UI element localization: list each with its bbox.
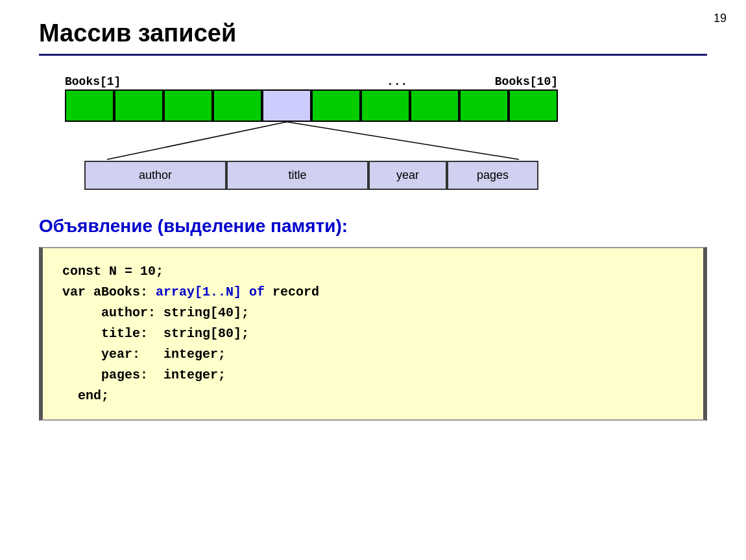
array-row (65, 89, 558, 122)
code-line-2: var aBooks: array[1..N] of record (62, 282, 684, 303)
record-row: author title year pages (84, 161, 538, 190)
page-title: Массив записей (39, 19, 707, 47)
array-cell-1 (65, 89, 114, 122)
array-cell-4 (213, 89, 262, 122)
connector-svg (65, 122, 558, 161)
array-cell-9 (459, 89, 509, 122)
label-right: Books[10] (495, 75, 558, 88)
field-title: title (226, 161, 368, 190)
svg-line-1 (287, 122, 519, 159)
array-cell-3 (163, 89, 213, 122)
array-cell-6 (311, 89, 361, 122)
page-number: 19 (714, 12, 727, 25)
svg-line-0 (107, 122, 287, 159)
code-line-4: title: string[80]; (62, 323, 684, 344)
code-block: const N = 10; var aBooks: array[1..N] of… (39, 247, 707, 421)
field-pages: pages (447, 161, 538, 190)
field-author: author (84, 161, 226, 190)
section-heading: Объявление (выделение памяти): (39, 216, 707, 237)
array-cell-5-highlighted (262, 89, 311, 122)
diagram-section: Books[1] ... Books[10] (39, 75, 707, 190)
label-mid: ... (299, 75, 494, 88)
array-cell-2 (114, 89, 163, 122)
declaration-section: Объявление (выделение памяти): const N =… (39, 216, 707, 421)
title-block: Массив записей (39, 19, 707, 56)
code-line-6: pages: integer; (62, 365, 684, 386)
code-line-7: end; (62, 386, 684, 406)
array-cell-8 (410, 89, 459, 122)
array-cell-7 (361, 89, 410, 122)
code-line-3: author: string[40]; (62, 303, 684, 323)
code-line-1: const N = 10; (62, 261, 684, 282)
label-left: Books[1] (65, 75, 260, 88)
connector-area (65, 122, 558, 161)
array-cell-10 (509, 89, 558, 122)
field-year: year (368, 161, 447, 190)
code-line-5: year: integer; (62, 344, 684, 365)
array-labels: Books[1] ... Books[10] (65, 75, 558, 88)
